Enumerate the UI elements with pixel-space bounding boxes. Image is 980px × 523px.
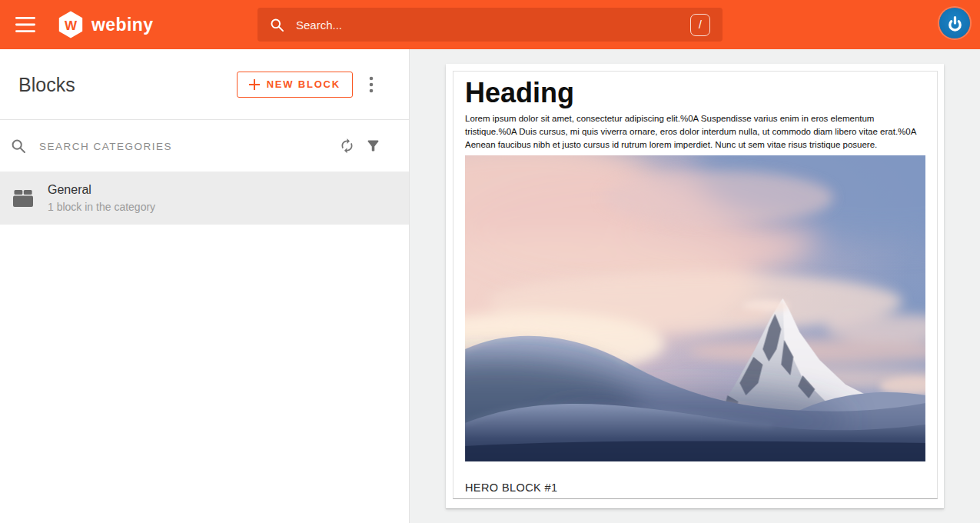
global-search-input[interactable]: [294, 18, 690, 32]
plus-icon: [249, 79, 260, 90]
slash-shortcut-badge: /: [690, 14, 710, 36]
block-preview-card: Heading Lorem ipsum dolor sit amet, cons…: [453, 71, 938, 499]
sidebar-header: Blocks NEW BLOCK: [0, 49, 409, 120]
mountain-photo-art: [465, 155, 925, 461]
webiny-logo[interactable]: W webiny: [57, 11, 153, 38]
logo-monogram: W: [65, 18, 78, 33]
power-icon: [947, 15, 963, 32]
webiny-admin-app: W webiny / Blocks: [0, 0, 980, 523]
menu-button[interactable]: [15, 17, 35, 32]
preview-heading: Heading: [465, 78, 925, 108]
category-search-row: [0, 120, 409, 172]
new-block-label: NEW BLOCK: [267, 78, 341, 90]
category-list: General 1 block in the category: [0, 172, 409, 225]
logo-wordmark: webiny: [91, 11, 153, 38]
webiny-hexagon-icon: W: [57, 11, 85, 38]
hamburger-icon: [15, 17, 35, 32]
global-search[interactable]: /: [257, 8, 723, 42]
user-avatar[interactable]: [939, 8, 970, 38]
main-content: Heading Lorem ipsum dolor sit amet, cons…: [409, 49, 980, 523]
search-icon: [270, 18, 284, 32]
block-name-label: HERO BLOCK #1: [465, 481, 925, 494]
category-item-general[interactable]: General 1 block in the category: [0, 172, 409, 225]
refresh-icon: [339, 138, 355, 154]
page-title: Blocks: [18, 73, 75, 95]
category-text: General 1 block in the category: [48, 183, 155, 213]
kebab-icon: [369, 76, 374, 93]
search-categories-icon: [11, 138, 26, 154]
new-block-button[interactable]: NEW BLOCK: [237, 72, 353, 98]
filter-button[interactable]: [360, 133, 386, 159]
filter-icon: [365, 138, 381, 154]
block-list-item[interactable]: Heading Lorem ipsum dolor sit amet, cons…: [446, 64, 944, 508]
mountain-photo: [465, 155, 925, 461]
category-name: General: [48, 183, 155, 197]
top-app-bar: W webiny /: [0, 0, 980, 49]
blocks-sidebar: Blocks NEW BLOCK: [0, 49, 409, 523]
refresh-button[interactable]: [334, 133, 360, 159]
category-description: 1 block in the category: [48, 201, 155, 213]
preview-paragraph: Lorem ipsum dolor sit amet, consectetur …: [465, 112, 925, 152]
category-icon: [12, 189, 34, 208]
more-options-button[interactable]: [361, 75, 381, 95]
search-categories-input[interactable]: [38, 139, 334, 153]
